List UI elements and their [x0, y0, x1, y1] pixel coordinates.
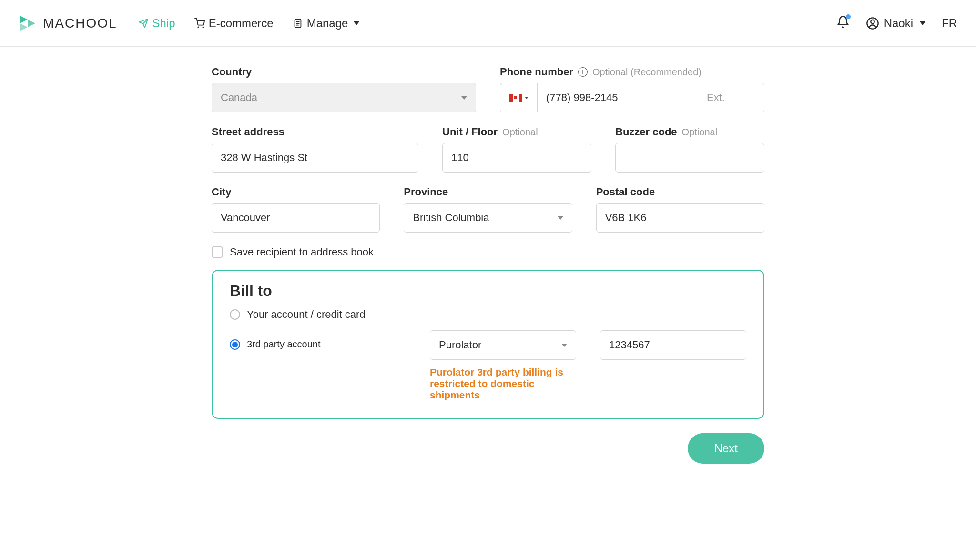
nav-ship-label: Ship [152, 17, 175, 30]
info-icon[interactable]: i [578, 67, 588, 77]
postal-input[interactable] [596, 203, 764, 233]
third-party-label: 3rd party account [247, 339, 321, 350]
province-label: Province [404, 186, 572, 198]
user-menu[interactable]: Naoki [866, 17, 925, 30]
form-main: Country Canada Phone number i Optional (… [202, 47, 774, 492]
third-party-warning: Purolator 3rd party billing is restricte… [430, 367, 576, 401]
cart-icon [194, 18, 205, 29]
flag-canada-icon [509, 94, 522, 102]
postal-field: Postal code [596, 186, 764, 233]
nav-manage-label: Manage [307, 17, 348, 30]
logo-mark-icon [19, 14, 38, 33]
bill-to-third-party-row: 3rd party account Purolator Purolator 3r… [230, 330, 746, 401]
notifications-button[interactable] [836, 15, 850, 31]
divider [286, 291, 746, 291]
chevron-down-icon [561, 344, 567, 347]
save-recipient-row: Save recipient to address book [212, 246, 764, 258]
province-field: Province British Columbia [404, 186, 572, 233]
country-field: Country Canada [212, 66, 476, 112]
header-right: Naoki FR [836, 15, 957, 31]
unit-label-text: Unit / Floor [442, 126, 498, 138]
chevron-down-icon [920, 21, 925, 25]
bill-to-card: Bill to Your account / credit card 3rd p… [212, 270, 764, 419]
carrier-select[interactable]: Purolator [430, 330, 576, 360]
svg-point-3 [198, 27, 199, 28]
phone-ext-input[interactable] [698, 83, 764, 112]
svg-point-10 [871, 20, 874, 23]
street-input[interactable] [212, 143, 418, 173]
third-party-radio[interactable] [230, 339, 240, 350]
nav-manage[interactable]: Manage [293, 17, 360, 30]
phone-group [500, 83, 764, 112]
your-account-radio[interactable] [230, 309, 240, 320]
phone-label: Phone number i Optional (Recommended) [500, 66, 764, 78]
phone-label-text: Phone number [500, 66, 573, 78]
chevron-down-icon [354, 21, 359, 25]
street-field: Street address [212, 126, 418, 173]
nav-ecommerce-label: E-commerce [209, 17, 274, 30]
country-label: Country [212, 66, 476, 78]
phone-input[interactable] [537, 83, 698, 112]
province-select[interactable]: British Columbia [404, 203, 572, 233]
nav-ship[interactable]: Ship [138, 17, 175, 30]
notification-dot-icon [846, 14, 851, 19]
carrier-value: Purolator [439, 339, 481, 351]
buzzer-label-text: Buzzer code [615, 126, 677, 138]
save-recipient-label: Save recipient to address book [230, 246, 374, 258]
your-account-label: Your account / credit card [247, 308, 366, 321]
buzzer-input[interactable] [615, 143, 764, 173]
chevron-down-icon [558, 216, 563, 220]
city-field: City [212, 186, 380, 233]
user-icon [866, 17, 879, 30]
paper-plane-icon [138, 18, 149, 29]
buzzer-label: Buzzer code Optional [615, 126, 764, 138]
buzzer-hint: Optional [682, 127, 718, 138]
city-label: City [212, 186, 380, 198]
nav-ecommerce[interactable]: E-commerce [194, 17, 274, 30]
phone-field: Phone number i Optional (Recommended) [500, 66, 764, 112]
unit-label: Unit / Floor Optional [442, 126, 591, 138]
chevron-down-icon [461, 96, 467, 100]
logo[interactable]: MACHOOL [19, 14, 117, 33]
unit-field: Unit / Floor Optional [442, 126, 591, 173]
save-recipient-checkbox[interactable] [212, 246, 223, 258]
bill-to-title: Bill to [230, 282, 272, 300]
next-button[interactable]: Next [688, 433, 764, 464]
unit-input[interactable] [442, 143, 591, 173]
phone-country-select[interactable] [500, 83, 537, 112]
svg-marker-2 [28, 20, 35, 27]
logo-text: MACHOOL [43, 16, 117, 31]
svg-marker-0 [20, 16, 28, 23]
main-nav: Ship E-commerce Manage [138, 17, 360, 30]
footer-row: Next [212, 433, 764, 464]
account-number-input[interactable] [600, 330, 746, 360]
language-toggle[interactable]: FR [942, 17, 957, 30]
svg-point-4 [203, 27, 203, 28]
chevron-down-icon [525, 97, 529, 99]
street-label: Street address [212, 126, 418, 138]
country-select[interactable]: Canada [212, 83, 476, 112]
user-name: Naoki [884, 17, 913, 30]
province-value: British Columbia [413, 212, 489, 224]
city-input[interactable] [212, 203, 380, 233]
bill-to-header: Bill to [230, 282, 746, 300]
phone-hint: Optional (Recommended) [592, 67, 702, 78]
country-value: Canada [221, 92, 257, 104]
buzzer-field: Buzzer code Optional [615, 126, 764, 173]
app-header: MACHOOL Ship E-commerce [0, 0, 976, 47]
header-left: MACHOOL Ship E-commerce [19, 14, 359, 33]
unit-hint: Optional [502, 127, 538, 138]
third-party-radio-group: 3rd party account [230, 330, 406, 350]
bill-to-your-account-row: Your account / credit card [230, 308, 746, 321]
svg-marker-1 [20, 23, 28, 31]
clipboard-icon [293, 18, 303, 29]
postal-label: Postal code [596, 186, 764, 198]
